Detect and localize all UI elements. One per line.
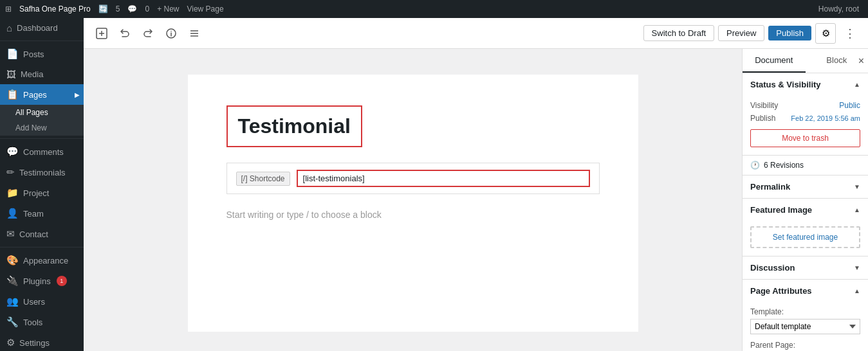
sidebar-item-label: Comments xyxy=(23,147,64,157)
sidebar-item-project[interactable]: 📁 Project xyxy=(0,183,84,203)
sidebar-item-label: Pages xyxy=(23,90,47,100)
editor-placeholder[interactable]: Start writing or type / to choose a bloc… xyxy=(226,210,600,220)
revisions-row[interactable]: 🕐 6 Revisions xyxy=(743,156,868,176)
permalink-header[interactable]: Permalink ▼ xyxy=(743,176,868,198)
sidebar-item-contact[interactable]: ✉ Contact xyxy=(0,224,84,244)
sidebar-item-users[interactable]: 👥 Users xyxy=(0,291,84,312)
set-featured-image-button[interactable]: Set featured image xyxy=(750,226,860,248)
list-view-button[interactable] xyxy=(184,23,205,44)
page-attributes-title: Page Attributes xyxy=(750,286,812,296)
sidebar-item-tools[interactable]: 🔧 Tools xyxy=(0,312,84,332)
settings-panel: Document Block × Status & Visibility ▲ V… xyxy=(742,49,868,351)
featured-image-chevron-icon: ▲ xyxy=(854,206,860,213)
sidebar-item-testimonials[interactable]: ✏ Testimonials xyxy=(0,162,84,183)
revisions-icon: 🔄 xyxy=(98,4,108,14)
revisions-clock-icon: 🕐 xyxy=(750,161,760,170)
template-select[interactable]: Default template xyxy=(750,319,860,334)
sidebar-item-comments[interactable]: 💬 Comments xyxy=(0,141,84,162)
permalink-section: Permalink ▼ xyxy=(743,176,868,199)
admin-bar: ⊞ Safha One Page Pro 🔄 5 💬 0 + New View … xyxy=(0,0,868,18)
permalink-title: Permalink xyxy=(750,182,790,192)
publish-label: Publish xyxy=(750,114,775,123)
sidebar-item-label: Settings xyxy=(19,338,50,348)
svg-point-5 xyxy=(171,30,172,32)
status-visibility-header[interactable]: Status & Visibility ▲ xyxy=(743,73,868,96)
parent-page-label: Parent Page: xyxy=(750,341,860,350)
discussion-header[interactable]: Discussion ▼ xyxy=(743,256,868,279)
move-to-trash-button[interactable]: Move to trash xyxy=(750,129,860,147)
preview-button[interactable]: Preview xyxy=(718,25,764,41)
all-pages-label: All Pages xyxy=(15,108,48,117)
comments-icon: 💬 xyxy=(6,146,19,158)
add-block-button[interactable] xyxy=(91,23,112,44)
info-button[interactable] xyxy=(161,23,181,44)
comments-icon: 💬 xyxy=(127,4,137,14)
visibility-value[interactable]: Public xyxy=(839,101,860,110)
add-new-label: Add New xyxy=(15,123,47,132)
sidebar-item-posts[interactable]: 📄 Posts xyxy=(0,44,84,64)
featured-image-title: Featured Image xyxy=(750,205,812,215)
more-options-button[interactable]: ⋮ xyxy=(840,23,860,44)
revisions-label: 6 Revisions xyxy=(764,161,804,170)
view-page-link[interactable]: View Page xyxy=(187,4,223,14)
template-label: Template: xyxy=(750,307,860,316)
sidebar-item-pages[interactable]: 📋 Pages ▶ xyxy=(0,84,84,105)
sidebar-item-label: Contact xyxy=(19,230,48,239)
panel-close-button[interactable]: × xyxy=(858,55,864,67)
sidebar-item-label: Plugins xyxy=(23,276,51,286)
site-name[interactable]: Safha One Page Pro xyxy=(19,4,91,14)
shortcode-block: [/] Shortcode xyxy=(226,163,600,194)
sidebar-item-label: Posts xyxy=(23,50,44,59)
settings-icon: ⚙ xyxy=(6,337,15,348)
sidebar-item-appearance[interactable]: 🎨 Appearance xyxy=(0,250,84,271)
publish-date[interactable]: Feb 22, 2019 5:56 am xyxy=(791,114,860,122)
new-link[interactable]: + New xyxy=(157,4,179,14)
editor-canvas: Testimonial [/] Shortcode Start writing … xyxy=(84,49,742,351)
sidebar-item-settings[interactable]: ⚙ Settings xyxy=(0,332,84,351)
status-visibility-section: Status & Visibility ▲ Visibility Public … xyxy=(743,73,868,156)
settings-button[interactable]: ⚙ xyxy=(815,23,836,44)
permalink-chevron-icon: ▼ xyxy=(854,183,860,190)
sidebar-item-label: Dashboard xyxy=(17,23,58,33)
project-icon: 📁 xyxy=(6,187,19,199)
sidebar-item-label: Testimonials xyxy=(19,168,66,177)
sidebar-item-dashboard[interactable]: ⌂ Dashboard xyxy=(0,18,84,38)
users-icon: 👥 xyxy=(6,296,19,307)
redo-button[interactable] xyxy=(138,23,158,44)
wp-icon[interactable]: ⊞ xyxy=(5,4,12,14)
publish-button[interactable]: Publish xyxy=(768,26,811,40)
sidebar-item-label: Appearance xyxy=(23,256,68,266)
sidebar-item-plugins[interactable]: 🔌 Plugins 1 xyxy=(0,271,84,291)
team-icon: 👤 xyxy=(6,208,19,219)
page-attributes-section: Page Attributes ▲ Template: Default temp… xyxy=(743,280,868,351)
sidebar-item-label: Tools xyxy=(23,318,42,327)
main-editor-area: Switch to Draft Preview Publish ⚙ ⋮ Test… xyxy=(84,18,868,351)
sidebar-subitem-all-pages[interactable]: All Pages xyxy=(0,105,84,120)
switch-to-draft-button[interactable]: Switch to Draft xyxy=(643,25,715,41)
tab-document[interactable]: Document xyxy=(743,49,806,73)
sidebar-item-label: Users xyxy=(23,297,45,307)
page-title-block[interactable]: Testimonial xyxy=(226,105,362,147)
status-visibility-chevron-icon: ▲ xyxy=(854,81,860,88)
undo-button[interactable] xyxy=(115,23,135,44)
page-attributes-header[interactable]: Page Attributes ▲ xyxy=(743,280,868,302)
page-title: Testimonial xyxy=(238,114,351,138)
shortcode-input[interactable] xyxy=(297,170,590,187)
discussion-section: Discussion ▼ xyxy=(743,256,868,280)
visibility-label: Visibility xyxy=(750,101,778,110)
plugins-badge: 1 xyxy=(57,276,67,286)
media-icon: 🖼 xyxy=(6,69,16,80)
pages-icon: 📋 xyxy=(6,89,19,100)
revisions-count: 5 xyxy=(116,4,120,14)
status-visibility-body: Visibility Public Publish Feb 22, 2019 5… xyxy=(743,96,868,155)
featured-image-body: Set featured image xyxy=(743,221,868,256)
plugins-icon: 🔌 xyxy=(6,275,19,287)
sidebar-subitem-add-new[interactable]: Add New xyxy=(0,120,84,136)
pages-arrow-icon: ▶ xyxy=(75,91,80,98)
howdy-text: Howdy, root xyxy=(818,4,859,14)
sidebar-item-team[interactable]: 👤 Team xyxy=(0,203,84,224)
sidebar-item-label: Team xyxy=(23,209,44,219)
featured-image-header[interactable]: Featured Image ▲ xyxy=(743,199,868,221)
comments-count: 0 xyxy=(145,4,149,14)
sidebar-item-media[interactable]: 🖼 Media xyxy=(0,64,84,84)
